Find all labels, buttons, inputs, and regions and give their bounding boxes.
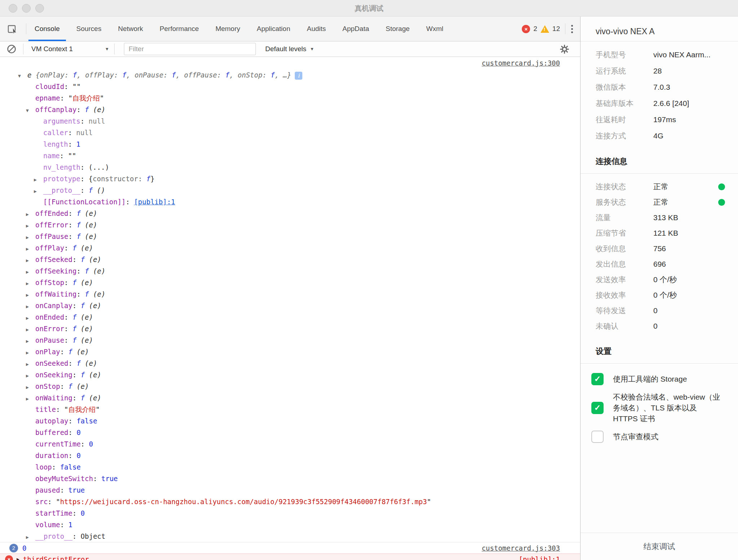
expand-arrow-icon[interactable]: ▶	[26, 393, 35, 405]
inspect-element-button[interactable]	[0, 23, 26, 35]
expand-arrow-icon[interactable]: ▶	[26, 209, 35, 220]
console-object-row[interactable]: name: ""	[0, 150, 580, 161]
console-object-row[interactable]: ▶offWaiting: f (e)	[0, 288, 580, 300]
collapse-arrow-icon[interactable]: ▼	[26, 105, 35, 116]
console-object-row[interactable]: ▶offSeeked: f (e)	[0, 254, 580, 265]
error-source-link[interactable]: [publib]:1	[519, 555, 560, 560]
function-location-link[interactable]: [publib]:1	[134, 198, 175, 206]
console-object-row[interactable]: ▶onSeeking: f (e)	[0, 369, 580, 381]
console-object-row[interactable]: ▶__proto__: Object	[0, 530, 580, 542]
expand-arrow-icon[interactable]: ▶	[26, 278, 35, 289]
console-object-row[interactable]: volume: 1	[0, 519, 580, 530]
tab-application[interactable]: Application	[249, 17, 299, 41]
tab-network[interactable]: Network	[110, 17, 151, 41]
checkbox-checked[interactable]: ✓	[591, 402, 604, 414]
console-object-row[interactable]: ▶onPlay: f (e)	[0, 346, 580, 357]
console-object-row[interactable]: ▶offError: f (e)	[0, 219, 580, 231]
console-object-row[interactable]: ▶onSeeked: f (e)	[0, 357, 580, 369]
console-object-row[interactable]: ▶offEnded: f (e)	[0, 208, 580, 219]
token-fn: f	[225, 71, 229, 79]
console-object-row[interactable]: ▶offSeeking: f (e)	[0, 265, 580, 277]
source-link[interactable]: customercard.js:303	[482, 544, 560, 552]
expand-arrow-icon[interactable]: ▶	[26, 232, 35, 243]
kebab-menu-button[interactable]	[565, 25, 580, 33]
expand-arrow-icon[interactable]: ▶	[26, 220, 35, 232]
tab-audits[interactable]: Audits	[298, 17, 334, 41]
checkbox-unchecked[interactable]	[591, 431, 604, 443]
console-object-row[interactable]: currentTime: 0	[0, 438, 580, 450]
minimize-button[interactable]	[22, 4, 31, 13]
tab-memory[interactable]: Memory	[207, 17, 249, 41]
tab-performance[interactable]: Performance	[151, 17, 207, 41]
expand-arrow-icon[interactable]: ▶	[26, 532, 35, 543]
console-object-row[interactable]: ▶onCanplay: f (e)	[0, 300, 580, 311]
console-object-row[interactable]: caller: null	[0, 127, 580, 138]
console-object-row[interactable]: ▶onPause: f (e)	[0, 334, 580, 346]
expand-arrow-icon[interactable]: ▶	[26, 382, 35, 393]
console-status-counts[interactable]: × 2 ! 12	[522, 25, 565, 33]
clear-console-button[interactable]	[0, 44, 23, 54]
expand-arrow-icon[interactable]: ▶	[26, 243, 35, 255]
expand-arrow-icon[interactable]: ▶	[26, 289, 35, 301]
expand-arrow-icon[interactable]: ▶	[26, 312, 35, 324]
console-object-row[interactable]: ▶onEnded: f (e)	[0, 311, 580, 323]
console-object-row[interactable]: arguments: null	[0, 115, 580, 127]
tab-storage[interactable]: Storage	[377, 17, 418, 41]
console-object-row[interactable]: ▶__proto__: f ()	[0, 185, 580, 196]
expand-arrow-icon[interactable]: ▶	[26, 255, 35, 266]
context-select[interactable]: VM Context 1 ▼	[23, 45, 114, 53]
console-object-row[interactable]: ▶onWaiting: f (e)	[0, 392, 580, 404]
console-object-row[interactable]: startTime: 0	[0, 507, 580, 519]
console-object-row[interactable]: [[FunctionLocation]]: [publib]:1	[0, 196, 580, 208]
console-object-row[interactable]: ▼offCanplay: f (e)	[0, 104, 580, 115]
expand-arrow-icon[interactable]: ▶	[26, 347, 35, 359]
expand-arrow-icon[interactable]: ▶	[26, 301, 35, 312]
filter-input[interactable]	[124, 43, 256, 55]
tab-sources[interactable]: Sources	[68, 17, 110, 41]
expand-arrow-icon[interactable]: ▶	[34, 174, 43, 186]
token-colon: :	[68, 417, 77, 425]
expand-arrow-icon[interactable]: ▶	[17, 556, 19, 560]
console-object-row[interactable]: nv_length: (...)	[0, 161, 580, 173]
console-object-row[interactable]: ▶onStop: f (e)	[0, 381, 580, 392]
tab-console[interactable]: Console	[26, 17, 68, 41]
console-object-row[interactable]: title: "自我介绍"	[0, 404, 580, 415]
console-object-row[interactable]: ▼e {onPlay: f, offPlay: f, onPause: f, o…	[0, 69, 580, 81]
console-object-row[interactable]: ▶prototype: {constructor: f}	[0, 173, 580, 185]
console-object-row[interactable]: ▶offStop: f (e)	[0, 277, 580, 288]
console-object-row[interactable]: duration: 0	[0, 450, 580, 461]
tab-appdata[interactable]: AppData	[334, 17, 377, 41]
expand-arrow-icon[interactable]: ▶	[26, 370, 35, 382]
expand-arrow-icon[interactable]: ▶	[34, 186, 43, 197]
expand-arrow-icon[interactable]: ▶	[26, 359, 35, 370]
checkbox-checked[interactable]: ✓	[591, 373, 604, 385]
source-link[interactable]: customercard.js:300	[482, 59, 560, 67]
console-error-row[interactable]: × ▶ thirdScriptError [publib]:1	[0, 554, 580, 560]
end-debug-button[interactable]: 结束调试	[581, 533, 738, 560]
token-colon: :	[56, 405, 64, 413]
devtools-panel: ConsoleSourcesNetworkPerformanceMemoryAp…	[0, 17, 580, 560]
collapse-arrow-icon[interactable]: ▼	[18, 70, 27, 82]
console-object-row[interactable]: buffered: 0	[0, 427, 580, 438]
zoom-button[interactable]	[35, 4, 44, 13]
tab-wxml[interactable]: Wxml	[418, 17, 452, 41]
console-object-row[interactable]: ▶offPlay: f (e)	[0, 242, 580, 254]
console-object-row[interactable]: cloudId: ""	[0, 81, 580, 92]
close-button[interactable]	[9, 4, 17, 13]
default-levels-select[interactable]: Default levels ▼	[265, 45, 314, 53]
console-object-row[interactable]: length: 1	[0, 138, 580, 150]
console-object-row[interactable]: ▶offPause: f (e)	[0, 231, 580, 242]
console-object-row[interactable]: obeyMuteSwitch: true	[0, 473, 580, 484]
info-icon[interactable]: i	[295, 72, 302, 80]
expand-arrow-icon[interactable]: ▶	[26, 324, 35, 335]
console-object-row[interactable]: loop: false	[0, 461, 580, 473]
expand-arrow-icon[interactable]: ▶	[26, 266, 35, 278]
token-key: src	[35, 498, 48, 506]
console-object-row[interactable]: autoplay: false	[0, 415, 580, 427]
console-settings-button[interactable]	[560, 44, 580, 54]
console-object-row[interactable]: ▶onError: f (e)	[0, 323, 580, 334]
console-object-row[interactable]: epname: "自我介绍"	[0, 92, 580, 104]
console-object-row[interactable]: src: "https://weijucard.oss-cn-hangzhou.…	[0, 496, 580, 507]
expand-arrow-icon[interactable]: ▶	[26, 335, 35, 347]
console-object-row[interactable]: paused: true	[0, 484, 580, 496]
